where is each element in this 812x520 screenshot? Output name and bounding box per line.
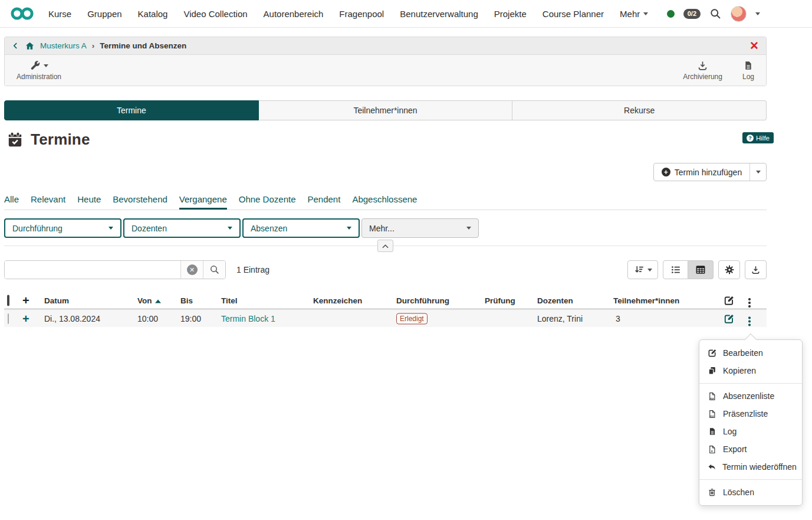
search-input[interactable] [5,261,180,279]
row-status: Erledigt [396,313,428,324]
col-pruefung[interactable]: Prüfung [485,296,515,305]
select-all-checkbox[interactable] [7,296,9,305]
table-view-icon [695,264,706,275]
clear-search-button[interactable]: ✕ [180,261,203,279]
table-header-row: + Datum Von Bis Titel Kennzeichen Durchf… [4,292,767,310]
administration-menu-button[interactable]: Administration [17,60,61,81]
add-termin-dropdown-toggle[interactable] [749,163,766,181]
nav-item-katalog[interactable]: Katalog [138,9,168,19]
sort-button[interactable] [627,260,658,279]
col-bis[interactable]: Bis [180,296,193,305]
archivierung-button[interactable]: Archivierung [683,60,722,81]
table-menu-icon[interactable] [748,293,751,308]
edit-icon [707,348,717,358]
home-icon[interactable] [25,41,35,51]
col-titel[interactable]: Titel [221,296,238,305]
row-expand-button[interactable]: + [22,313,29,325]
add-termin-button[interactable]: + Termin hinzufügen [653,163,767,181]
col-teilnehmer[interactable]: Teilnehmer*innen [613,296,679,305]
row-edit-icon[interactable] [724,313,735,324]
question-circle-icon: ? [747,135,754,142]
chevron-down-icon [756,171,761,174]
course-header-card: Musterkurs A › Termine und Absenzen ✕ Ad… [4,37,767,86]
nav-item-benutzerverwaltung[interactable]: Benutzerverwaltung [400,9,478,19]
reopen-icon [707,463,716,472]
menu-item-absenzenliste[interactable]: PDF Absenzenliste [699,387,802,405]
edit-column-icon[interactable] [724,295,735,306]
filter-tab-bevorstehend[interactable]: Bevorstehend [113,194,167,210]
svg-text:PDF: PDF [710,397,714,400]
presence-dot-icon[interactable] [667,10,675,18]
menu-item-export[interactable]: x Export [699,440,802,458]
col-kennzeichen[interactable]: Kennzeichen [313,296,362,305]
settings-button[interactable] [718,260,740,279]
chevron-up-icon [382,244,389,248]
col-durchfuehrung[interactable]: Durchführung [396,296,449,305]
export-download-button[interactable] [745,260,767,279]
filter-tab-pendent[interactable]: Pendent [307,194,340,210]
nav-item-kurse[interactable]: Kurse [48,9,71,19]
breadcrumb-separator: › [92,41,95,50]
log-button[interactable]: Log [742,60,754,81]
nav-item-video-collection[interactable]: Video Collection [183,9,247,19]
chevron-down-icon [228,227,232,230]
menu-item-praesenzliste[interactable]: PDF Präsenzliste [699,405,802,423]
tab-termine[interactable]: Termine [4,100,259,120]
col-von[interactable]: Von [137,296,161,305]
status-badge: Erledigt [396,313,428,324]
sort-up-caret-icon [155,299,161,303]
user-menu-chevron-icon[interactable] [755,12,760,15]
filter-tab-vergangene[interactable]: Vergangene [179,194,227,210]
filter-tab-heute[interactable]: Heute [77,194,101,210]
chat-counter-badge[interactable]: 0/2 [683,9,701,19]
course-tabs: Termine Teilnehmer*innen Rekurse [4,100,767,120]
filter-tab-ohne-dozente[interactable]: Ohne Dozente [239,194,296,210]
table-view-button[interactable] [688,260,714,279]
back-chevron-icon[interactable] [12,41,19,50]
row-titel-link[interactable]: Termin Block 1 [221,314,275,323]
chevron-down-icon [109,227,113,230]
chevron-down-icon [643,12,648,15]
nav-item-gruppen[interactable]: Gruppen [87,9,121,19]
breadcrumb-course-link[interactable]: Musterkurs A [40,41,87,50]
nav-item-mehr[interactable]: Mehr [620,9,648,19]
submit-search-button[interactable] [203,261,225,279]
list-view-button[interactable] [663,260,688,279]
search-icon[interactable] [709,8,722,20]
nav-item-projekte[interactable]: Projekte [494,9,527,19]
col-datum[interactable]: Datum [44,296,69,305]
menu-item-termin-wiederoeffnen[interactable]: Termin wiederöffnen [699,458,802,476]
filter-tab-alle[interactable]: Alle [4,194,19,210]
tab-rekurse[interactable]: Rekurse [512,100,767,120]
row-checkbox[interactable] [8,314,9,323]
filter-tab-relevant[interactable]: Relevant [31,194,65,210]
expand-all-button[interactable]: + [22,295,29,306]
help-button[interactable]: ? Hilfe [742,132,774,143]
collapse-filters-button[interactable] [377,240,393,252]
menu-item-bearbeiten[interactable]: Bearbeiten [699,344,802,362]
filter-dropdown-mehr[interactable]: Mehr... [361,218,479,238]
filter-dropdown-absenzen[interactable]: Absenzen [242,218,360,238]
avatar[interactable] [731,6,747,22]
excel-file-icon: x [707,444,717,454]
nav-item-autorenbereich[interactable]: Autorenbereich [264,9,324,19]
menu-item-log[interactable]: Log [699,423,802,440]
col-dozenten[interactable]: Dozenten [537,296,573,305]
tab-teilnehmerinnen[interactable]: Teilnehmer*innen [259,100,513,120]
row-datum: Di., 13.08.2024 [44,314,100,323]
wrench-icon [30,60,41,71]
top-navbar: Kurse Gruppen Katalog Video Collection A… [0,0,812,28]
nav-item-fragenpool[interactable]: Fragenpool [339,9,384,19]
filter-dropdown-dozenten[interactable]: Dozenten [123,218,241,238]
close-icon[interactable]: ✕ [749,40,759,51]
filter-tab-abgeschlossene[interactable]: Abgeschlossene [352,194,417,210]
menu-divider [699,383,802,384]
openolat-logo-icon[interactable] [11,6,34,21]
table-search-box: ✕ [4,260,226,279]
nav-item-course-planner[interactable]: Course Planner [543,9,604,19]
filter-dropdown-durchfuehrung[interactable]: Durchführung [4,218,121,238]
chevron-down-icon [466,227,471,230]
menu-item-kopieren[interactable]: Kopieren [699,362,802,380]
row-menu-icon[interactable] [748,311,751,326]
menu-item-loeschen[interactable]: Löschen [699,483,802,501]
